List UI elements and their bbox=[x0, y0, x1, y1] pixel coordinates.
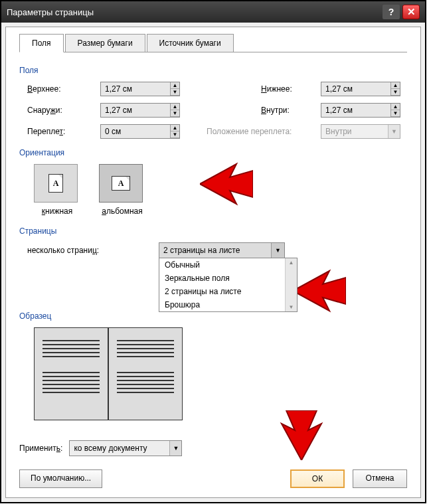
orientation-row: книжная альбомная bbox=[34, 164, 407, 216]
orient-portrait[interactable]: книжная bbox=[34, 164, 80, 216]
spin-down-icon: ▼ bbox=[171, 89, 179, 96]
option-booklet[interactable]: Брошюра bbox=[159, 298, 297, 311]
svg-marker-2 bbox=[282, 410, 321, 460]
tab-panel: Поля Верхнее: ▲▼ Нижнее: ▲▼ Снаружи: ▲▼ bbox=[19, 52, 407, 488]
help-icon[interactable]: ? bbox=[383, 5, 400, 19]
label-top: Верхнее: bbox=[27, 84, 100, 94]
section-preview-title: Образец bbox=[19, 311, 407, 321]
input-inside[interactable]: ▲▼ bbox=[321, 103, 400, 118]
close-icon[interactable]: ✕ bbox=[402, 5, 420, 19]
combo-multi-pages-list: Обычный Зеркальные поля 2 страницы на ли… bbox=[159, 258, 298, 312]
svg-marker-0 bbox=[200, 164, 253, 204]
tab-margins[interactable]: Поля bbox=[19, 34, 64, 52]
spin-up-icon: ▲ bbox=[391, 104, 400, 110]
cancel-button[interactable]: Отмена bbox=[353, 469, 407, 488]
portrait-page-icon bbox=[48, 174, 63, 193]
chevron-down-icon: ▼ bbox=[169, 441, 181, 456]
spin-up-icon: ▲ bbox=[171, 82, 179, 89]
label-inside: Внутри: bbox=[261, 106, 321, 115]
preview-area bbox=[34, 327, 187, 427]
spin-down-icon: ▼ bbox=[171, 131, 179, 138]
tab-source[interactable]: Источник бумаги bbox=[147, 34, 234, 52]
apply-row: Применить: ко всему документу ▼ bbox=[19, 440, 407, 456]
svg-marker-1 bbox=[293, 271, 346, 311]
label-bottom: Нижнее: bbox=[261, 84, 321, 94]
option-mirror[interactable]: Зеркальные поля bbox=[159, 272, 297, 285]
tab-paper[interactable]: Размер бумаги bbox=[65, 34, 145, 52]
chevron-down-icon: ▼ bbox=[388, 125, 400, 138]
arrow-annotation-icon bbox=[278, 410, 325, 460]
spin-up-icon: ▲ bbox=[391, 82, 400, 89]
input-bottom[interactable]: ▲▼ bbox=[321, 82, 400, 96]
option-normal[interactable]: Обычный bbox=[159, 258, 297, 272]
pages-row: несколько страниц: 2 страницы на листе ▼… bbox=[27, 242, 407, 258]
tabs: Поля Размер бумаги Источник бумаги bbox=[19, 34, 407, 52]
input-top[interactable]: ▲▼ bbox=[100, 82, 180, 96]
label-gutter-pos: Положение переплета: bbox=[187, 127, 321, 136]
spin-up-icon: ▲ bbox=[171, 125, 179, 131]
titlebar: Параметры страницы ? ✕ bbox=[1, 1, 425, 23]
window-title: Параметры страницы bbox=[7, 7, 94, 17]
landscape-page-icon bbox=[112, 176, 130, 191]
section-orient-title: Ориентация bbox=[19, 148, 407, 157]
footer-buttons: По умолчанию... ОК Отмена bbox=[19, 469, 407, 488]
section-pages-title: Страницы bbox=[19, 226, 407, 236]
section-margins-title: Поля bbox=[19, 66, 407, 75]
ok-button[interactable]: ОК bbox=[290, 469, 345, 488]
combo-multi-pages[interactable]: 2 страницы на листе ▼ bbox=[159, 242, 285, 258]
preview-book-icon bbox=[34, 327, 187, 420]
label-apply: Применить: bbox=[19, 444, 62, 453]
spin-down-icon: ▼ bbox=[391, 110, 400, 117]
arrow-annotation-icon bbox=[200, 161, 253, 207]
page-setup-dialog: Параметры страницы ? ✕ Поля Размер бумаг… bbox=[0, 0, 426, 503]
combo-gutter-pos: Внутри ▼ bbox=[321, 124, 400, 139]
label-multi-pages: несколько страниц: bbox=[27, 246, 147, 255]
input-outside[interactable]: ▲▼ bbox=[100, 103, 180, 118]
input-gutter[interactable]: ▲▼ bbox=[100, 124, 180, 139]
arrow-annotation-icon bbox=[293, 268, 346, 314]
spin-up-icon: ▲ bbox=[171, 104, 179, 110]
chevron-down-icon: ▼ bbox=[271, 243, 284, 258]
option-2pages[interactable]: 2 страницы на листе bbox=[159, 285, 297, 298]
spin-down-icon: ▼ bbox=[391, 89, 400, 96]
combo-apply[interactable]: ко всему документу ▼ bbox=[69, 440, 182, 456]
margins-grid: Верхнее: ▲▼ Нижнее: ▲▼ Снаружи: ▲▼ Внутр bbox=[27, 82, 407, 139]
orient-landscape[interactable]: альбомная bbox=[99, 164, 145, 216]
defaults-button[interactable]: По умолчанию... bbox=[19, 469, 102, 488]
label-outside: Снаружи: bbox=[27, 106, 100, 115]
spin-down-icon: ▼ bbox=[171, 110, 179, 117]
scrollbar[interactable]: ▲▼ bbox=[285, 258, 297, 311]
dialog-content: Поля Размер бумаги Источник бумаги Поля … bbox=[5, 27, 421, 498]
label-gutter: Переплет: bbox=[27, 127, 100, 136]
